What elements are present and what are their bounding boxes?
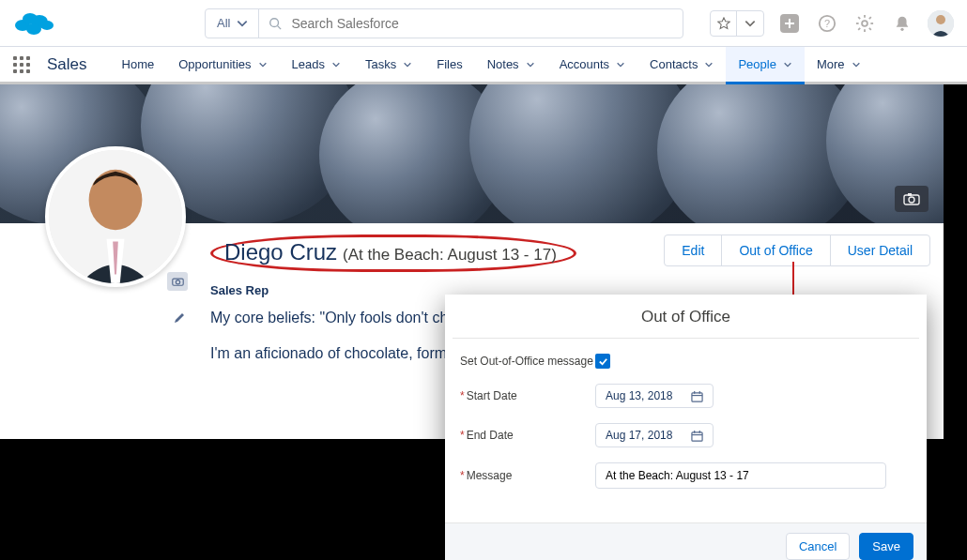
favorites-group — [710, 10, 764, 37]
nav-item-label: Files — [437, 57, 462, 71]
app-launcher-icon[interactable] — [13, 56, 30, 73]
user-avatar-small[interactable] — [928, 10, 954, 37]
nav: HomeOpportunitiesLeadsTasksFilesNotesAcc… — [110, 47, 873, 82]
global-header: All ? — [0, 0, 967, 47]
edit-pencil-icon[interactable] — [173, 311, 186, 327]
search-input-wrap — [259, 16, 683, 31]
notifications-bell-icon[interactable] — [890, 11, 914, 36]
salesforce-logo — [13, 9, 54, 38]
app-name: Sales — [47, 55, 87, 74]
start-date-input[interactable]: Aug 13, 2018 — [595, 384, 714, 408]
favorite-star-icon[interactable] — [711, 11, 737, 36]
chevron-down-icon — [258, 60, 268, 69]
end-date-label: End Date — [460, 429, 595, 442]
modal-footer: Cancel Save — [445, 522, 927, 560]
nav-item-opportunities[interactable]: Opportunities — [166, 47, 279, 84]
end-date-value: Aug 17, 2018 — [606, 429, 672, 442]
svg-point-28 — [176, 280, 179, 284]
profile-name: Diego Cruz — [224, 239, 337, 265]
edit-button[interactable]: Edit — [664, 235, 722, 266]
nav-item-tasks[interactable]: Tasks — [353, 47, 424, 84]
row-message: Message — [460, 462, 912, 489]
chevron-down-icon — [852, 60, 861, 69]
setup-gear-icon[interactable] — [852, 11, 877, 36]
svg-line-18 — [869, 17, 871, 19]
cancel-button[interactable]: Cancel — [786, 533, 850, 560]
svg-point-21 — [936, 15, 945, 24]
set-message-label: Set Out-of-Office message — [460, 355, 595, 368]
message-label: Message — [460, 469, 595, 482]
nav-item-leads[interactable]: Leads — [280, 47, 353, 84]
banner-camera-button[interactable] — [895, 186, 929, 212]
message-input[interactable] — [595, 462, 886, 489]
header-utilities: ? — [710, 10, 954, 37]
nav-item-accounts[interactable]: Accounts — [547, 47, 637, 84]
name-highlight: Diego Cruz (At the Beach: August 13 - 17… — [210, 235, 576, 272]
search-scope-label: All — [217, 16, 230, 30]
save-button[interactable]: Save — [859, 533, 913, 560]
set-message-checkbox[interactable] — [595, 354, 610, 369]
svg-rect-24 — [908, 193, 912, 196]
svg-line-17 — [858, 27, 860, 29]
help-icon[interactable]: ? — [815, 11, 839, 36]
ooo-form: Set Out-of-Office message Start Date Aug… — [445, 339, 927, 522]
nav-item-label: Contacts — [650, 57, 698, 71]
nav-item-label: Tasks — [365, 57, 396, 71]
end-date-input[interactable]: Aug 17, 2018 — [595, 423, 714, 447]
calendar-icon — [691, 390, 703, 402]
svg-point-10 — [862, 21, 867, 26]
nav-item-home[interactable]: Home — [110, 47, 167, 84]
nav-item-notes[interactable]: Notes — [475, 47, 547, 84]
row-set-message: Set Out-of-Office message — [460, 354, 912, 369]
nav-item-more[interactable]: More — [805, 47, 873, 84]
chevron-down-icon — [704, 60, 714, 69]
out-of-office-modal: Out of Office Set Out-of-Office message … — [445, 295, 927, 560]
user-detail-button[interactable]: User Detail — [830, 235, 930, 266]
modal-title: Out of Office — [445, 295, 927, 338]
nav-item-people[interactable]: People — [726, 47, 804, 84]
calendar-icon — [691, 430, 703, 442]
chevron-down-icon — [616, 60, 625, 69]
global-search[interactable]: All — [205, 8, 683, 38]
user-avatar-large — [45, 146, 186, 287]
svg-line-16 — [869, 27, 871, 29]
search-scope[interactable]: All — [206, 9, 259, 38]
svg-rect-34 — [692, 431, 702, 440]
search-input[interactable] — [291, 16, 673, 31]
svg-point-26 — [89, 170, 143, 230]
nav-item-label: Home — [122, 57, 155, 71]
search-icon — [269, 17, 282, 30]
nav-item-label: People — [738, 57, 775, 71]
avatar-camera-button[interactable] — [167, 272, 188, 291]
nav-item-contacts[interactable]: Contacts — [637, 47, 726, 84]
nav-item-label: Leads — [292, 57, 325, 71]
chevron-down-icon — [403, 60, 412, 69]
svg-point-23 — [909, 197, 914, 203]
svg-point-3 — [40, 21, 54, 30]
nav-item-label: Accounts — [560, 57, 609, 71]
svg-point-19 — [900, 27, 903, 30]
chevron-down-icon — [526, 60, 535, 69]
out-of-office-button[interactable]: Out of Office — [721, 235, 830, 266]
profile-status: (At the Beach: August 13 - 17) — [343, 246, 557, 265]
add-icon[interactable] — [777, 11, 802, 36]
nav-item-files[interactable]: Files — [424, 47, 474, 84]
svg-line-6 — [278, 25, 282, 29]
context-bar: Sales HomeOpportunitiesLeadsTasksFilesNo… — [0, 47, 967, 84]
chevron-down-icon — [236, 17, 249, 30]
chevron-down-icon — [783, 60, 792, 69]
svg-point-4 — [26, 23, 41, 35]
start-date-value: Aug 13, 2018 — [606, 389, 672, 402]
nav-item-label: More — [817, 57, 845, 71]
profile-actions: Edit Out of Office User Detail — [665, 235, 930, 266]
svg-point-5 — [270, 18, 279, 26]
row-end-date: End Date Aug 17, 2018 — [460, 423, 912, 447]
svg-rect-30 — [692, 392, 702, 401]
nav-item-label: Opportunities — [178, 57, 251, 71]
start-date-label: Start Date — [460, 389, 595, 402]
favorites-dropdown-icon[interactable] — [737, 11, 763, 36]
svg-line-15 — [858, 17, 860, 19]
row-start-date: Start Date Aug 13, 2018 — [460, 384, 912, 408]
nav-item-label: Notes — [487, 57, 519, 71]
svg-text:?: ? — [824, 17, 830, 28]
